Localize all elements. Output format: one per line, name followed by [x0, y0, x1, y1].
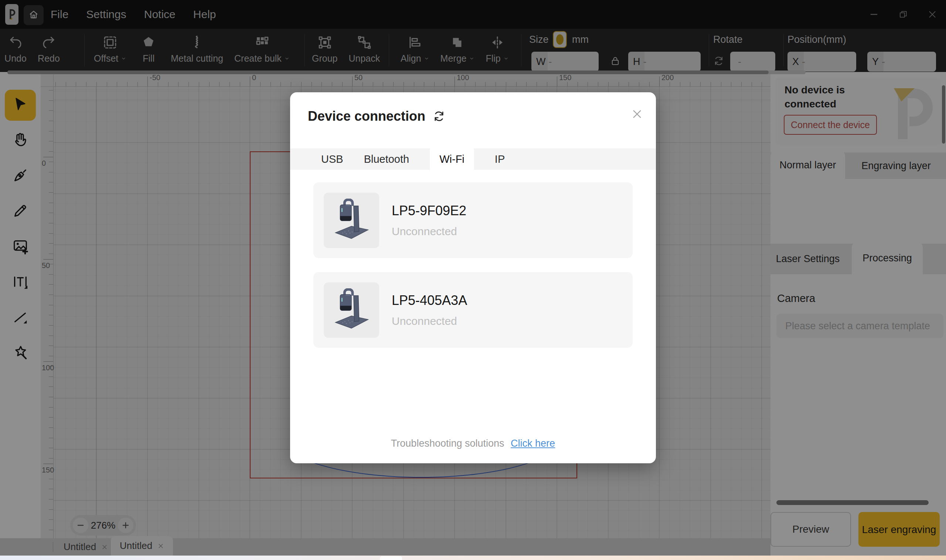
- close-modal-icon[interactable]: [631, 108, 644, 122]
- device-name: LP5-9F09E2: [392, 203, 466, 218]
- device-info: LP5-9F09E2Unconnected: [392, 203, 466, 238]
- device-image: [324, 282, 379, 338]
- connection-tab-usb[interactable]: USB: [321, 148, 343, 170]
- modal-title: Device connection: [308, 109, 445, 124]
- device-status: Unconnected: [392, 225, 466, 238]
- app-window: FileSettingsNoticeHelp Size mm W - H - R…: [0, 0, 946, 560]
- device-list: LP5-9F09E2UnconnectedLP5-405A3AUnconnect…: [313, 182, 633, 362]
- connection-tab-wi-fi[interactable]: Wi-Fi: [430, 146, 474, 172]
- device-connection-modal: Device connection USBBluetoothWi-FiIP LP…: [290, 92, 656, 463]
- refresh-devices-icon[interactable]: [433, 110, 445, 123]
- taskbar-sliver: [0, 555, 946, 560]
- troubleshooting-text: Troubleshooting solutions: [391, 438, 505, 449]
- connection-tab-ip[interactable]: IP: [495, 148, 505, 170]
- device-name: LP5-405A3A: [392, 293, 467, 308]
- modal-footer: Troubleshooting solutions Click here: [290, 438, 656, 449]
- device-info: LP5-405A3AUnconnected: [392, 293, 467, 328]
- device-image: [324, 193, 379, 248]
- connection-tabs: USBBluetoothWi-FiIP: [290, 148, 656, 170]
- device-status: Unconnected: [392, 315, 467, 328]
- connection-tab-bluetooth[interactable]: Bluetooth: [364, 148, 409, 170]
- device-card[interactable]: LP5-9F09E2Unconnected: [313, 182, 633, 258]
- troubleshooting-link[interactable]: Click here: [511, 438, 555, 449]
- device-card[interactable]: LP5-405A3AUnconnected: [313, 272, 633, 348]
